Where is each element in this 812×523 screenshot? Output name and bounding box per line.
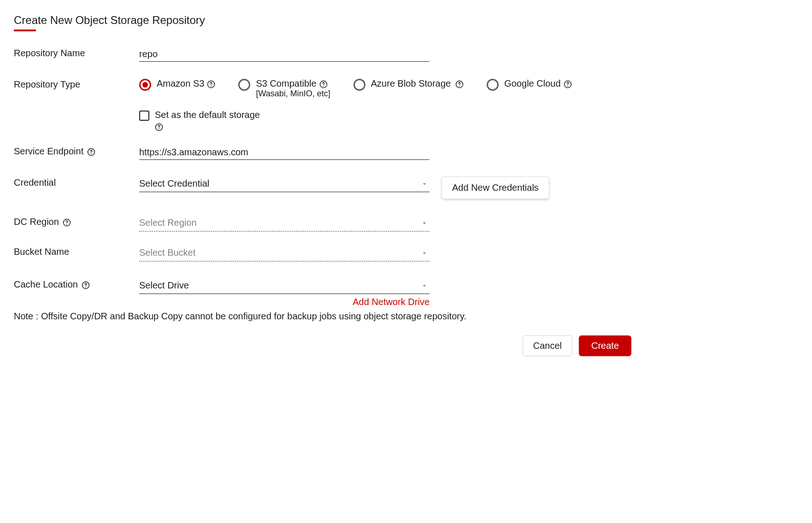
help-icon[interactable] — [87, 148, 95, 156]
service-endpoint-input[interactable] — [139, 145, 430, 160]
credential-select[interactable]: Select Credential — [139, 176, 430, 192]
radio-azure-blob[interactable]: Azure Blob Storage — [353, 78, 464, 99]
radio-indicator — [139, 79, 151, 91]
help-icon[interactable] — [82, 281, 90, 289]
default-storage-checkbox[interactable] — [139, 111, 149, 121]
radio-label: S3 Compatible — [256, 78, 316, 89]
cancel-button[interactable]: Cancel — [523, 335, 572, 356]
label-repository-name: Repository Name — [14, 47, 139, 59]
radio-indicator — [487, 79, 499, 91]
label-bucket-name: Bucket Name — [14, 246, 139, 257]
note-text: Note : Offsite Copy/DR and Backup Copy c… — [14, 311, 798, 322]
label-repository-type: Repository Type — [14, 78, 139, 90]
radio-indicator — [238, 79, 250, 91]
create-button[interactable]: Create — [579, 335, 631, 356]
add-credentials-button[interactable]: Add New Credentials — [441, 176, 549, 199]
radio-label: Azure Blob Storage — [371, 78, 451, 89]
default-storage-checkbox-row: Set as the default storage — [139, 110, 572, 131]
label-credential: Credential — [14, 176, 139, 188]
label-cache-location: Cache Location — [14, 278, 139, 290]
radio-label: Google Cloud — [504, 78, 560, 89]
radio-indicator — [353, 79, 365, 91]
help-icon[interactable] — [207, 80, 215, 88]
radio-google-cloud[interactable]: Google Cloud — [487, 78, 571, 99]
radio-sublabel: [Wasabi, MinIO, etc] — [256, 89, 330, 99]
radio-label: Amazon S3 — [157, 78, 204, 89]
chevron-down-icon — [421, 218, 428, 229]
chevron-down-icon — [421, 281, 428, 291]
radio-s3-compatible[interactable]: S3 Compatible [Wasabi, MinIO, etc] — [238, 78, 330, 99]
title-underline — [14, 29, 36, 31]
repository-type-radio-group: Amazon S3 S3 Compatible [Wasabi, MinIO, … — [139, 78, 572, 99]
repository-name-input[interactable] — [139, 47, 430, 62]
page-title: Create New Object Storage Repository — [14, 14, 205, 29]
label-service-endpoint: Service Endpoint — [14, 145, 139, 157]
chevron-down-icon — [421, 248, 428, 259]
help-icon[interactable] — [155, 123, 163, 131]
cache-location-select[interactable]: Select Drive — [139, 278, 430, 294]
help-icon[interactable] — [564, 80, 572, 88]
bucket-name-select[interactable]: Select Bucket — [139, 246, 430, 262]
chevron-down-icon — [421, 179, 428, 189]
help-icon[interactable] — [455, 80, 464, 88]
dc-region-select[interactable]: Select Region — [139, 216, 430, 232]
radio-amazon-s3[interactable]: Amazon S3 — [139, 78, 215, 99]
add-network-drive-link[interactable]: Add Network Drive — [139, 297, 430, 307]
label-dc-region: DC Region — [14, 216, 139, 227]
checkbox-label: Set as the default storage — [155, 110, 260, 120]
help-icon[interactable] — [319, 80, 328, 88]
help-icon[interactable] — [63, 218, 71, 227]
